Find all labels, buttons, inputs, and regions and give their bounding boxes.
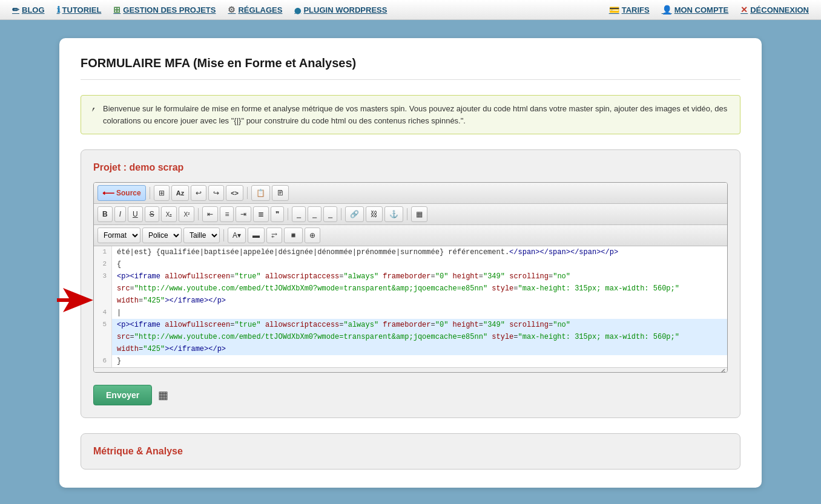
svg-marker-0: [57, 288, 93, 312]
paste-text-button[interactable]: 📋: [251, 185, 270, 201]
nav-gestion[interactable]: GESTION DES PROJETS: [113, 5, 216, 15]
info-box: ⎖ Bienvenue sur le formulaire de mise en…: [81, 95, 740, 134]
align-center-button[interactable]: ≡: [220, 206, 234, 222]
nav-tutoriel[interactable]: TUTORIEL: [57, 5, 102, 15]
format-select[interactable]: Format: [97, 227, 140, 243]
svg-line-1: [720, 369, 725, 373]
table-button[interactable]: ▦: [411, 206, 427, 222]
separator4: [288, 208, 288, 220]
info-icon: [57, 5, 60, 15]
spin-special-btn[interactable]: ⊕: [305, 227, 320, 243]
resize-icon: [719, 368, 726, 373]
color-btn[interactable]: A▾: [228, 227, 246, 243]
code-line-6: 6 }: [94, 355, 727, 367]
toolbar-row2: B I U S X₂ X² ⇤ ≡ ⇥ ≣ ❞ ⎯ ⎯: [94, 204, 727, 225]
taille-select[interactable]: Taille: [183, 227, 220, 243]
code-line-5c: width="425"></iframe></p>: [94, 343, 727, 355]
code-button[interactable]: <>: [226, 185, 243, 201]
align-justify-button[interactable]: ≣: [253, 206, 269, 222]
main-card: FORMULAIRE MFA (Mise en Forme et Analyse…: [59, 38, 762, 488]
nav-tarifs[interactable]: TARIFS: [609, 5, 650, 15]
info-box-text: Bienvenue sur le formulaire de mise en f…: [103, 103, 731, 126]
envoyer-button[interactable]: Envoyer: [93, 385, 152, 405]
nav-compte[interactable]: MON COMPTE: [662, 5, 729, 15]
superscript-button[interactable]: X²: [179, 206, 194, 222]
project-title: Projet : demo scrap: [93, 162, 728, 173]
link-button[interactable]: 🔗: [345, 206, 364, 222]
separator1: [150, 187, 150, 199]
red-arrow-indicator: [57, 285, 93, 317]
code-line-3c: width="425"></iframe></p>: [94, 295, 727, 307]
paste-word-button[interactable]: 🖹: [272, 185, 289, 201]
resize-handle[interactable]: [94, 367, 727, 372]
info-box-icon: ⎖: [90, 103, 97, 120]
page-title: FORMULAIRE MFA (Mise en Forme et Analyse…: [81, 56, 740, 80]
divider-h-button[interactable]: ⎯: [292, 206, 306, 222]
editor-wrapper: Source ⊞ Az ↩ ↪ <> 📋 🖹 B: [93, 182, 728, 373]
code-line-2: 2 {: [94, 258, 727, 270]
separator6: [407, 208, 407, 220]
wordpress-icon: [294, 5, 301, 15]
code-line-4: 4 |: [94, 307, 727, 319]
credit-icon: [609, 5, 619, 15]
toolbar-row1: Source ⊞ Az ↩ ↪ <> 📋 🖹: [94, 183, 727, 204]
bold-button[interactable]: B: [97, 206, 113, 222]
unlink-button[interactable]: ⛓: [366, 206, 383, 222]
code-line-5: 5 <p><iframe allowfullscreen="true" allo…: [94, 319, 727, 331]
metric-title: Métrique & Analyse: [93, 446, 728, 457]
separator5: [341, 208, 341, 220]
maximize-btn[interactable]: ⥂: [266, 227, 282, 243]
blockquote-button[interactable]: ❞: [271, 206, 284, 222]
spreadsheet-icon: ▦: [158, 388, 168, 402]
divider-x-button[interactable]: ⎯: [323, 206, 337, 222]
divider-v-button[interactable]: ⎯: [308, 206, 321, 222]
source-button[interactable]: Source: [97, 185, 146, 201]
user-icon: [662, 5, 672, 15]
find-button[interactable]: ⊞: [154, 185, 170, 201]
undo-button[interactable]: ↩: [191, 185, 206, 201]
align-right-button[interactable]: ⇥: [236, 206, 251, 222]
top-navigation: BLOG TUTORIEL GESTION DES PROJETS RÉGLAG…: [0, 0, 821, 20]
code-line-1: 1 été|est} {qualifiée|baptisée|appelée|d…: [94, 246, 727, 258]
nav-reglages[interactable]: RÉGLAGES: [228, 5, 282, 15]
police-select[interactable]: Police: [142, 227, 182, 243]
italic-button[interactable]: I: [114, 206, 126, 222]
submit-area: Envoyer ▦: [93, 385, 728, 405]
source-icon: [102, 188, 114, 198]
az-button[interactable]: Az: [171, 185, 189, 201]
align-left-button[interactable]: ⇤: [202, 206, 218, 222]
nav-deconnexion[interactable]: DÉCONNEXION: [740, 5, 809, 15]
code-editor-area[interactable]: 1 été|est} {qualifiée|baptisée|appelée|d…: [94, 246, 727, 367]
nav-blog[interactable]: BLOG: [12, 5, 45, 15]
x-icon: [740, 5, 748, 15]
toolbar-row3: Format Police Taille A▾ ▬ ⥂ ◾ ⊕: [94, 225, 727, 246]
underline-button[interactable]: U: [128, 206, 143, 222]
grid-icon: [113, 5, 120, 15]
separator7: [223, 229, 224, 241]
code-line-3: 3 <p><iframe allowfullscreen="true" allo…: [94, 270, 727, 283]
redo-button[interactable]: ↪: [208, 185, 224, 201]
anchor-button[interactable]: ⚓: [384, 206, 403, 222]
nav-plugin[interactable]: PLUGIN WORDPRESS: [294, 5, 387, 15]
strikethrough-button[interactable]: S: [145, 206, 159, 222]
gear-icon: [228, 5, 236, 15]
editor-container: Source ⊞ Az ↩ ↪ <> 📋 🖹 B: [93, 182, 728, 373]
code-line-3b: src="http://www.youtube.com/embed/ttJOWd…: [94, 283, 727, 295]
separator2: [247, 187, 248, 199]
code-line-5b: src="http://www.youtube.com/embed/ttJOWd…: [94, 331, 727, 343]
subscript-button[interactable]: X₂: [161, 206, 177, 222]
metric-section: Métrique & Analyse: [81, 433, 740, 470]
project-section: Projet : demo scrap Source: [81, 149, 740, 418]
main-content: FORMULAIRE MFA (Mise en Forme et Analyse…: [47, 20, 774, 504]
spin-grid-btn[interactable]: ◾: [284, 227, 303, 243]
bgcolor-btn[interactable]: ▬: [248, 227, 265, 243]
pencil-icon: [12, 5, 19, 15]
separator3: [198, 208, 199, 220]
